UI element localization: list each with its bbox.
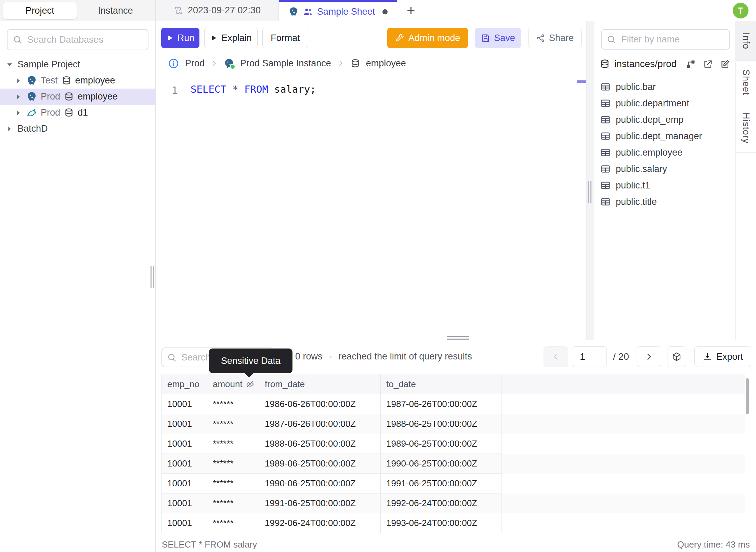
sidebar-tab-strip: Project Instance [0,0,155,21]
table-list-item[interactable]: public.salary [594,161,735,177]
breadcrumb-env[interactable]: Prod [185,58,205,69]
table-row[interactable]: 10001 ****** 1987-06-26T00:00:00Z 1988-0… [161,414,745,434]
cell-from-date[interactable]: 1986-06-26T00:00:00Z [259,394,381,414]
caret-right-icon[interactable] [14,93,23,101]
batch-query-button[interactable] [667,346,686,367]
table-row[interactable]: 10001 ****** 1992-06-24T00:00:00Z 1993-0… [161,513,745,533]
caret-right-icon[interactable] [14,109,23,117]
tab-project[interactable]: Project [3,2,77,19]
table-list-item[interactable]: public.employee [594,144,735,161]
panel-resize-handle[interactable] [588,181,591,203]
caret-down-icon[interactable] [5,61,14,69]
cell-to-date[interactable]: 1988-06-25T00:00:00Z [381,414,501,434]
database-icon [350,58,360,68]
save-button[interactable]: Save [475,28,521,48]
tree-item-batchd[interactable]: BatchD [0,121,155,137]
cell-to-date[interactable]: 1992-06-24T00:00:00Z [381,494,501,513]
right-tab-strip: Info Sheet History [735,21,756,340]
tree-item-prod-employee[interactable]: Prod employee [0,89,155,105]
tab-saved-sheet[interactable]: 2023-09-27 02:30 [156,0,279,21]
cell-from-date[interactable]: 1988-06-25T00:00:00Z [259,434,381,454]
breadcrumb-database[interactable]: employee [366,58,406,69]
code-line[interactable]: SELECT * FROM salary; [191,83,316,95]
cell-emp-no[interactable]: 10001 [161,454,207,474]
tab-instance[interactable]: Instance [79,2,152,19]
tab-history[interactable]: History [736,104,756,153]
external-link-icon[interactable] [703,59,713,69]
table-list-item[interactable]: public.dept_emp [594,111,735,128]
schema-diagram-icon[interactable] [686,59,696,69]
tab-info[interactable]: Info [736,21,756,61]
cell-amount-masked[interactable]: ****** [207,474,259,494]
cell-amount-masked[interactable]: ****** [207,494,259,513]
cell-from-date[interactable]: 1991-06-25T00:00:00Z [259,494,381,513]
caret-right-icon[interactable] [5,125,14,133]
sql-editor[interactable]: 1 SELECT * FROM salary; [156,72,586,340]
table-list-item[interactable]: public.bar [594,79,735,95]
cell-amount-masked[interactable]: ****** [207,414,259,434]
search-databases-input[interactable] [27,34,149,45]
table-row[interactable]: 10001 ****** 1986-06-26T00:00:00Z 1987-0… [161,394,745,414]
results-resize-handle[interactable] [447,336,469,340]
panel-resize-divider[interactable] [586,21,594,340]
filter-by-name-input[interactable] [621,34,725,45]
table-list-item[interactable]: public.t1 [594,177,735,194]
explain-button[interactable]: Explain [204,28,258,48]
caret-right-icon[interactable] [14,77,23,85]
sensitive-data-tooltip-label: Sensitive Data [221,356,281,366]
table-row[interactable]: 10001 ****** 1990-06-25T00:00:00Z 1991-0… [161,474,745,494]
cell-to-date[interactable]: 1987-06-26T00:00:00Z [381,394,501,414]
info-icon[interactable] [168,58,179,69]
table-row[interactable]: 10001 ****** 1989-06-25T00:00:00Z 1990-0… [161,454,745,474]
breadcrumb-instance[interactable]: Prod Sample Instance [240,58,331,69]
column-header-from-date[interactable]: from_date [259,374,381,394]
admin-mode-button[interactable]: Admin mode [387,28,468,48]
export-button[interactable]: Export [694,346,751,367]
cell-emp-no[interactable]: 10001 [161,513,207,533]
table-list-item[interactable]: public.department [594,95,735,111]
tab-sheet[interactable]: Sheet [736,61,756,104]
cell-emp-no[interactable]: 10001 [161,494,207,513]
tree-item-test-employee[interactable]: Test employee [0,73,155,89]
table-row[interactable]: 10001 ****** 1988-06-25T00:00:00Z 1989-0… [161,434,745,454]
cell-from-date[interactable]: 1989-06-25T00:00:00Z [259,454,381,474]
cell-to-date[interactable]: 1991-06-25T00:00:00Z [381,474,501,494]
tab-sample-sheet-active[interactable]: Sample Sheet [279,0,397,22]
cell-from-date[interactable]: 1987-06-26T00:00:00Z [259,414,381,434]
cell-from-date[interactable]: 1990-06-25T00:00:00Z [259,474,381,494]
connection-path: instances/prod [614,58,677,69]
next-page-button[interactable] [637,346,661,367]
cell-emp-no[interactable]: 10001 [161,394,207,414]
column-header-emp-no[interactable]: emp_no [161,374,207,394]
new-tab-button[interactable]: + [407,3,415,18]
tree-item-sample-project[interactable]: Sample Project [0,56,155,73]
table-row[interactable]: 10001 ****** 1991-06-25T00:00:00Z 1992-0… [161,494,745,513]
cell-to-date[interactable]: 1990-06-25T00:00:00Z [381,454,501,474]
cell-amount-masked[interactable]: ****** [207,394,259,414]
cell-emp-no[interactable]: 10001 [161,414,207,434]
cell-to-date[interactable]: 1993-06-24T00:00:00Z [381,513,501,533]
run-button[interactable]: Run [161,28,199,48]
format-button[interactable]: Format [262,28,308,48]
share-button[interactable]: Share [528,28,582,48]
tree-item-prod-d1[interactable]: Prod d1 [0,105,155,121]
page-number-input[interactable] [572,346,607,367]
cell-to-date[interactable]: 1989-06-25T00:00:00Z [381,434,501,454]
cell-from-date[interactable]: 1992-06-24T00:00:00Z [259,513,381,533]
database-search-box [7,29,148,50]
table-list-item[interactable]: public.title [594,194,735,210]
prev-page-button[interactable] [544,346,568,367]
results-scrollbar-thumb[interactable] [746,378,749,414]
table-list-item[interactable]: public.dept_manager [594,128,735,144]
column-header-to-date[interactable]: to_date [381,374,501,394]
cell-amount-masked[interactable]: ****** [207,434,259,454]
cell-amount-masked[interactable]: ****** [207,513,259,533]
cell-emp-no[interactable]: 10001 [161,434,207,454]
cell-amount-masked[interactable]: ****** [207,454,259,474]
sidebar-resize-handle[interactable] [151,266,154,288]
edit-icon[interactable] [720,59,730,69]
cell-emp-no[interactable]: 10001 [161,474,207,494]
limit-note: reached the limit of query results [339,351,472,362]
avatar[interactable]: T [733,3,748,18]
share-icon [536,34,545,43]
